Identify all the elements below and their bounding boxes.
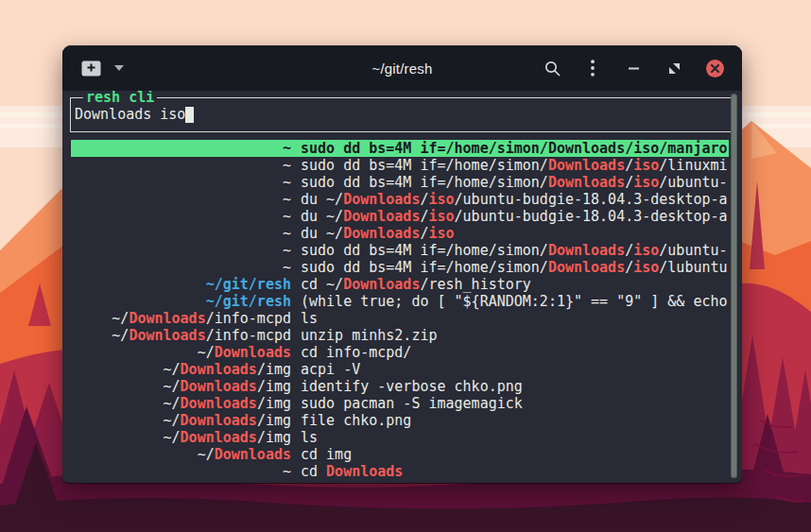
history-row[interactable]: ~/Downloads/imgls: [71, 429, 729, 446]
history-row[interactable]: ~cd Downloads: [71, 463, 729, 480]
history-row[interactable]: ~du ~/Downloads/iso: [71, 225, 729, 242]
close-icon: [706, 60, 724, 77]
row-directory: ~/Downloads/info-mcpd: [71, 310, 291, 327]
row-directory: ~/Downloads/img: [71, 429, 291, 446]
row-directory: ~: [71, 259, 291, 276]
row-directory: ~/Downloads/img: [71, 395, 291, 412]
search-button[interactable]: [538, 54, 566, 82]
row-command: ls: [301, 310, 729, 327]
row-directory: ~: [71, 242, 291, 259]
restore-button[interactable]: [660, 54, 688, 82]
row-command: (while true; do [ "${RANDOM:2:1}" == "9"…: [301, 293, 729, 310]
history-row[interactable]: ~sudo dd bs=4M if=/home/simon/Downloads/…: [71, 242, 729, 259]
search-query-input[interactable]: Downloads iso: [75, 106, 194, 123]
new-tab-button[interactable]: [81, 54, 101, 82]
history-row[interactable]: ~/git/reshcd ~/Downloads/resh_history: [71, 276, 729, 293]
history-row[interactable]: ~/Downloadscd img: [71, 446, 729, 463]
row-command: identify -verbose chko.png: [301, 378, 729, 395]
row-command: file chko.png: [301, 412, 729, 429]
history-list: ~sudo dd bs=4M if=/home/simon/Downloads/…: [71, 140, 729, 480]
search-query-text: Downloads iso: [75, 106, 185, 123]
titlebar[interactable]: ~/git/resh: [62, 45, 742, 91]
row-directory: ~/git/resh: [71, 293, 291, 310]
row-command: cd ~/Downloads/resh_history: [301, 276, 729, 293]
row-command: cd Downloads: [301, 463, 729, 480]
row-command: cd info-mcpd/: [301, 344, 729, 361]
tab-dropdown-button[interactable]: [112, 54, 126, 82]
row-directory: ~/Downloads/img: [71, 412, 291, 429]
row-directory: ~/git/resh: [71, 276, 291, 293]
row-command: sudo pacman -S imagemagick: [301, 395, 729, 412]
restore-window-icon: [669, 63, 680, 74]
row-directory: ~: [71, 208, 291, 225]
kebab-menu-icon: [591, 60, 595, 77]
history-row[interactable]: ~sudo dd bs=4M if=/home/simon/Downloads/…: [71, 140, 729, 157]
history-row[interactable]: ~/git/resh(while true; do [ "${RANDOM:2:…: [71, 293, 729, 310]
row-command: acpi -V: [301, 361, 729, 378]
history-row[interactable]: ~/Downloads/imgacpi -V: [71, 361, 729, 378]
row-command: ls: [301, 429, 729, 446]
resh-search-box[interactable]: resh cli Downloads iso: [70, 97, 733, 132]
menu-button[interactable]: [578, 54, 607, 82]
history-row[interactable]: ~sudo dd bs=4M if=/home/simon/Downloads/…: [71, 174, 729, 191]
row-command: sudo dd bs=4M if=/home/simon/Downloads/i…: [301, 157, 729, 174]
history-row[interactable]: ~/Downloads/info-mcpdls: [71, 310, 729, 327]
minimize-button[interactable]: [619, 54, 647, 82]
row-command: sudo dd bs=4M if=/home/simon/Downloads/i…: [301, 174, 729, 191]
row-directory: ~/Downloads/img: [71, 361, 291, 378]
row-directory: ~: [71, 225, 291, 242]
row-directory: ~: [71, 157, 291, 174]
row-command: unzip minhs2.zip: [301, 327, 729, 344]
row-command: sudo dd bs=4M if=/home/simon/Downloads/i…: [301, 140, 729, 157]
row-command: du ~/Downloads/iso: [301, 225, 729, 242]
terminal-content: resh cli Downloads iso ~sudo dd bs=4M if…: [62, 91, 742, 483]
scrollbar-thumb[interactable]: [731, 94, 737, 478]
history-row[interactable]: ~du ~/Downloads/iso/ubuntu-budgie-18.04.…: [71, 191, 729, 208]
row-directory: ~: [71, 140, 291, 157]
row-directory: ~/Downloads: [71, 344, 291, 361]
history-row[interactable]: ~/Downloadscd info-mcpd/: [71, 344, 729, 361]
history-row[interactable]: ~/Downloads/imgidentify -verbose chko.pn…: [71, 378, 729, 395]
chevron-down-icon: [114, 65, 124, 71]
row-command: du ~/Downloads/iso/ubuntu-budgie-18.04.3…: [301, 208, 729, 225]
row-command: sudo dd bs=4M if=/home/simon/Downloads/i…: [301, 259, 729, 276]
minimize-icon: [629, 67, 639, 70]
search-icon: [544, 60, 561, 77]
row-directory: ~: [71, 463, 291, 480]
terminal-window: ~/git/resh: [62, 45, 742, 483]
history-row[interactable]: ~du ~/Downloads/iso/ubuntu-budgie-18.04.…: [71, 208, 729, 225]
row-directory: ~/Downloads/img: [71, 378, 291, 395]
row-directory: ~: [71, 191, 291, 208]
text-cursor: [185, 107, 194, 123]
resh-box-title: resh cli: [83, 91, 157, 106]
row-command: cd img: [301, 446, 729, 463]
history-row[interactable]: ~sudo dd bs=4M if=/home/simon/Downloads/…: [71, 259, 729, 276]
row-directory: ~/Downloads: [71, 446, 291, 463]
close-button[interactable]: [700, 54, 729, 82]
row-command: du ~/Downloads/iso/ubuntu-budgie-18.04.3…: [301, 191, 729, 208]
history-row[interactable]: ~sudo dd bs=4M if=/home/simon/Downloads/…: [71, 157, 729, 174]
history-row[interactable]: ~/Downloads/imgsudo pacman -S imagemagic…: [71, 395, 729, 412]
row-directory: ~/Downloads/info-mcpd: [71, 327, 291, 344]
history-row[interactable]: ~/Downloads/imgfile chko.png: [71, 412, 729, 429]
new-tab-icon: [81, 60, 101, 77]
row-directory: ~: [71, 174, 291, 191]
history-row[interactable]: ~/Downloads/info-mcpdunzip minhs2.zip: [71, 327, 729, 344]
row-command: sudo dd bs=4M if=/home/simon/Downloads/i…: [301, 242, 729, 259]
